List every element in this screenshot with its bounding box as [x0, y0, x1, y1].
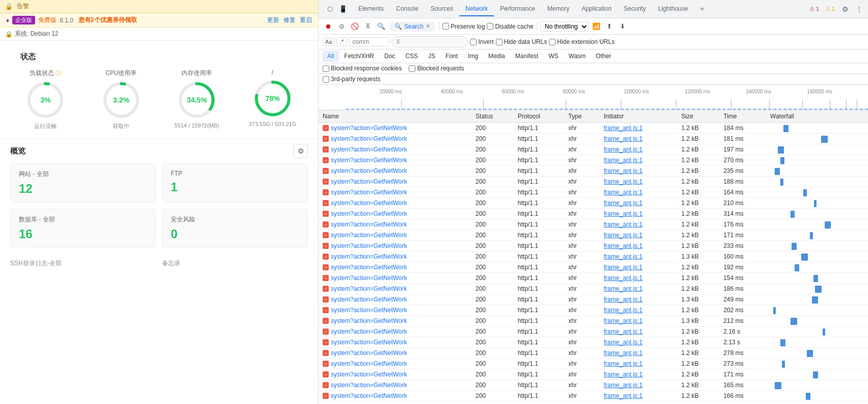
filter-input[interactable]: [402, 37, 463, 46]
initiator-cell-22[interactable]: frame_ant.js:1: [604, 360, 643, 367]
filter-button[interactable]: ⊼: [362, 21, 374, 32]
blocked-cookies-input[interactable]: [323, 65, 329, 72]
table-row[interactable]: ↔ system?action=GetNetWork 200http/1.1xh…: [319, 134, 868, 144]
initiator-cell-24[interactable]: frame_ant.js:1: [604, 382, 643, 389]
settings-button[interactable]: ⚙: [294, 144, 308, 158]
preserve-log-checkbox[interactable]: Preserve log: [442, 23, 485, 30]
overview-card-2[interactable]: 数据库 - 全部 16: [10, 209, 156, 248]
preserve-log-input[interactable]: [442, 23, 449, 30]
blocked-requests-checkbox[interactable]: Blocked requests: [409, 65, 464, 72]
overview-card-3[interactable]: 安全风险 0: [162, 209, 308, 248]
type-pill-img[interactable]: Img: [463, 51, 483, 61]
initiator-cell-15[interactable]: frame_ant.js:1: [604, 285, 643, 292]
tab-application[interactable]: Application: [575, 2, 618, 16]
initiator-cell-10[interactable]: frame_ant.js:1: [604, 232, 643, 239]
col-header-type[interactable]: Type: [564, 110, 599, 123]
table-row[interactable]: ↔ system?action=GetNetWork 200http/1.1xh…: [319, 219, 868, 230]
col-header-size[interactable]: Size: [677, 110, 720, 123]
inspect-icon[interactable]: ⬡: [324, 3, 336, 15]
table-row[interactable]: ↔ system?action=GetNetWork 200http/1.1xh…: [319, 359, 868, 369]
initiator-cell-19[interactable]: frame_ant.js:1: [604, 328, 643, 335]
clear-button[interactable]: 🚫: [349, 21, 360, 32]
col-header-protocol[interactable]: Protocol: [514, 110, 564, 123]
initiator-cell-3[interactable]: frame_ant.js:1: [604, 157, 643, 164]
table-row[interactable]: ↔ system?action=GetNetWork 200http/1.1xh…: [319, 305, 868, 316]
warning-count[interactable]: ⚠ 1: [823, 5, 837, 13]
hide-extension-urls-checkbox[interactable]: Hide extension URLs: [549, 38, 615, 45]
tab-network[interactable]: Network: [459, 2, 494, 16]
case-sensitive-button[interactable]: Aa: [323, 38, 334, 46]
table-row[interactable]: ↔ system?action=GetNetWork 200http/1.1xh…: [319, 176, 868, 187]
import-button[interactable]: ⬆: [604, 21, 615, 32]
col-header-status[interactable]: Status: [471, 110, 514, 123]
type-pill-css[interactable]: CSS: [401, 51, 423, 61]
overview-card-0[interactable]: 网站 - 全部 12: [10, 163, 156, 203]
tab-sources[interactable]: Sources: [425, 2, 459, 16]
type-pill-doc[interactable]: Doc: [380, 51, 400, 61]
stop-button[interactable]: ⊘: [336, 21, 347, 32]
type-pill-wasm[interactable]: Wasm: [564, 51, 591, 61]
table-row[interactable]: ↔ system?action=GetNetWork 200http/1.1xh…: [319, 155, 868, 166]
third-party-checkbox[interactable]: 3rd-party requests: [323, 75, 380, 83]
initiator-cell-2[interactable]: frame_ant.js:1: [604, 146, 643, 153]
table-row[interactable]: ↔ system?action=GetNetWork 200http/1.1xh…: [319, 251, 868, 262]
type-pill-js[interactable]: JS: [424, 51, 440, 61]
initiator-cell-18[interactable]: frame_ant.js:1: [604, 317, 643, 324]
hide-data-urls-input[interactable]: [496, 39, 503, 45]
disable-cache-checkbox[interactable]: Disable cache: [487, 23, 533, 30]
type-pill-media[interactable]: Media: [484, 51, 510, 61]
initiator-cell-25[interactable]: frame_ant.js:1: [604, 392, 643, 399]
network-table-container[interactable]: NameStatusProtocolTypeInitiatorSizeTimeW…: [319, 110, 868, 404]
type-pill-all[interactable]: All: [323, 51, 338, 61]
initiator-cell-23[interactable]: frame_ant.js:1: [604, 371, 643, 378]
overview-card-1[interactable]: FTP 1: [162, 163, 308, 203]
hide-extension-urls-input[interactable]: [549, 39, 556, 45]
more-options-icon[interactable]: ⋮: [853, 3, 866, 16]
initiator-cell-13[interactable]: frame_ant.js:1: [604, 264, 643, 271]
update-button[interactable]: 更新: [267, 16, 279, 24]
initiator-cell-7[interactable]: frame_ant.js:1: [604, 199, 643, 207]
table-row[interactable]: ↔ system?action=GetNetWork 200http/1.1xh…: [319, 123, 868, 134]
throttle-select[interactable]: No throttling: [540, 21, 589, 32]
repair-button[interactable]: 修复: [283, 16, 296, 24]
invert-input[interactable]: [470, 39, 477, 45]
type-pill-ws[interactable]: WS: [544, 51, 563, 61]
record-button[interactable]: ⏺: [323, 21, 334, 32]
table-row[interactable]: ↔ system?action=GetNetWork 200http/1.1xh…: [319, 187, 868, 198]
comm-input[interactable]: [349, 37, 389, 46]
blocked-requests-input[interactable]: [409, 65, 415, 72]
settings-icon[interactable]: ⚙: [838, 3, 852, 16]
third-party-input[interactable]: [323, 76, 329, 83]
table-row[interactable]: ↔ system?action=GetNetWork 200http/1.1xh…: [319, 316, 868, 326]
tab-memory[interactable]: Memory: [541, 2, 575, 16]
initiator-cell-16[interactable]: frame_ant.js:1: [604, 296, 643, 303]
table-row[interactable]: ↔ system?action=GetNetWork 200http/1.1xh…: [319, 166, 868, 176]
col-header-initiator[interactable]: Initiator: [600, 110, 677, 123]
col-header-name[interactable]: Name: [319, 110, 471, 123]
table-row[interactable]: ↔ system?action=GetNetWork 200http/1.1xh…: [319, 380, 868, 391]
initiator-cell-8[interactable]: frame_ant.js:1: [604, 210, 643, 217]
search-close-icon[interactable]: ✕: [426, 23, 430, 30]
initiator-cell-12[interactable]: frame_ant.js:1: [604, 253, 643, 260]
table-row[interactable]: ↔ system?action=GetNetWork 200http/1.1xh…: [319, 273, 868, 284]
initiator-cell-14[interactable]: frame_ant.js:1: [604, 274, 643, 282]
search-bar[interactable]: 🔍 Search ✕: [389, 21, 436, 32]
error-count[interactable]: ⚠ 1: [807, 5, 822, 13]
table-row[interactable]: ↔ system?action=GetNetWork 200http/1.1xh…: [319, 284, 868, 294]
tab-security[interactable]: Security: [618, 2, 652, 16]
tab-console[interactable]: Console: [390, 2, 425, 16]
type-pill-manifest[interactable]: Manifest: [511, 51, 543, 61]
invert-checkbox[interactable]: Invert: [470, 38, 493, 45]
initiator-cell-21[interactable]: frame_ant.js:1: [604, 349, 643, 357]
table-row[interactable]: ↔ system?action=GetNetWork 200http/1.1xh…: [319, 209, 868, 219]
tab-performance[interactable]: Performance: [494, 2, 541, 16]
hide-data-urls-checkbox[interactable]: Hide data URLs: [496, 38, 547, 45]
initiator-cell-9[interactable]: frame_ant.js:1: [604, 221, 643, 228]
table-row[interactable]: ↔ system?action=GetNetWork 200http/1.1xh…: [319, 230, 868, 241]
col-header-time[interactable]: Time: [719, 110, 766, 123]
col-header-waterfall[interactable]: Waterfall: [766, 110, 868, 123]
table-row[interactable]: ↔ system?action=GetNetWork 200http/1.1xh…: [319, 391, 868, 401]
initiator-cell-11[interactable]: frame_ant.js:1: [604, 242, 643, 249]
initiator-cell-4[interactable]: frame_ant.js:1: [604, 167, 643, 174]
blocked-cookies-checkbox[interactable]: Blocked response cookies: [323, 65, 402, 72]
